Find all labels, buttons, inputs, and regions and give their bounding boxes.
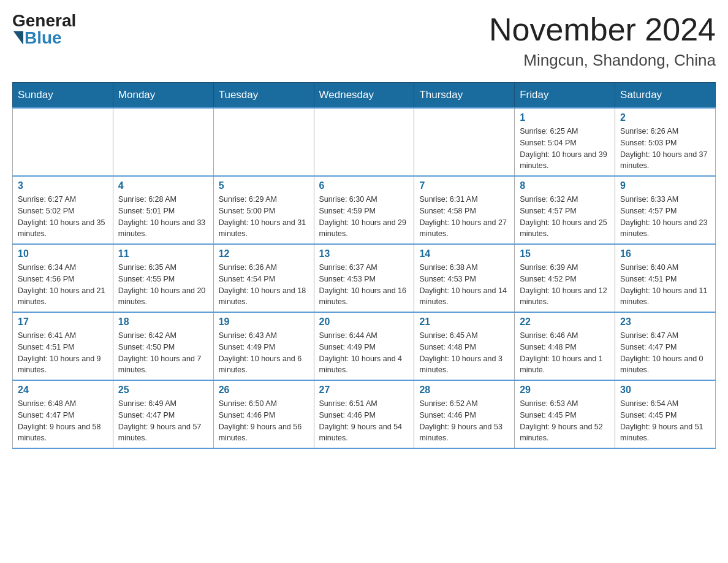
calendar-cell: 11Sunrise: 6:35 AMSunset: 4:55 PMDayligh… <box>113 244 213 312</box>
calendar-week-5: 24Sunrise: 6:48 AMSunset: 4:47 PMDayligh… <box>13 380 716 448</box>
day-number: 6 <box>319 180 409 191</box>
day-info: Sunrise: 6:51 AMSunset: 4:46 PMDaylight:… <box>319 398 409 444</box>
day-info: Sunrise: 6:54 AMSunset: 4:45 PMDaylight:… <box>620 398 710 444</box>
day-number: 1 <box>520 112 610 123</box>
day-info: Sunrise: 6:52 AMSunset: 4:46 PMDaylight:… <box>419 398 509 444</box>
weekday-header-saturday: Saturday <box>615 83 716 109</box>
day-number: 24 <box>18 385 108 396</box>
day-info: Sunrise: 6:38 AMSunset: 4:53 PMDaylight:… <box>419 262 509 308</box>
day-info: Sunrise: 6:45 AMSunset: 4:48 PMDaylight:… <box>419 330 509 376</box>
calendar-cell: 21Sunrise: 6:45 AMSunset: 4:48 PMDayligh… <box>414 312 515 380</box>
month-title: November 2024 <box>489 12 716 47</box>
day-number: 14 <box>419 248 509 259</box>
calendar-cell: 12Sunrise: 6:36 AMSunset: 4:54 PMDayligh… <box>213 244 314 312</box>
calendar-cell: 24Sunrise: 6:48 AMSunset: 4:47 PMDayligh… <box>13 380 113 448</box>
calendar-cell: 13Sunrise: 6:37 AMSunset: 4:53 PMDayligh… <box>314 244 414 312</box>
day-info: Sunrise: 6:25 AMSunset: 5:04 PMDaylight:… <box>520 126 610 172</box>
day-number: 25 <box>118 385 208 396</box>
calendar-cell: 22Sunrise: 6:46 AMSunset: 4:48 PMDayligh… <box>515 312 615 380</box>
day-number: 9 <box>620 180 710 191</box>
day-info: Sunrise: 6:31 AMSunset: 4:58 PMDaylight:… <box>419 194 509 240</box>
day-number: 23 <box>620 316 710 327</box>
calendar-cell: 27Sunrise: 6:51 AMSunset: 4:46 PMDayligh… <box>314 380 414 448</box>
calendar-cell: 23Sunrise: 6:47 AMSunset: 4:47 PMDayligh… <box>615 312 716 380</box>
calendar-table: SundayMondayTuesdayWednesdayThursdayFrid… <box>12 82 716 449</box>
location-title: Mingcun, Shandong, China <box>489 51 716 70</box>
calendar-cell: 4Sunrise: 6:28 AMSunset: 5:01 PMDaylight… <box>113 176 213 244</box>
calendar-cell <box>213 108 314 176</box>
weekday-header-friday: Friday <box>515 83 615 109</box>
day-info: Sunrise: 6:28 AMSunset: 5:01 PMDaylight:… <box>118 194 208 240</box>
day-number: 21 <box>419 316 509 327</box>
day-info: Sunrise: 6:30 AMSunset: 4:59 PMDaylight:… <box>319 194 409 240</box>
day-number: 27 <box>319 385 409 396</box>
day-number: 2 <box>620 112 710 123</box>
day-number: 3 <box>18 180 108 191</box>
day-info: Sunrise: 6:39 AMSunset: 4:52 PMDaylight:… <box>520 262 610 308</box>
calendar-cell: 15Sunrise: 6:39 AMSunset: 4:52 PMDayligh… <box>515 244 615 312</box>
weekday-header-row: SundayMondayTuesdayWednesdayThursdayFrid… <box>13 83 716 109</box>
day-info: Sunrise: 6:49 AMSunset: 4:47 PMDaylight:… <box>118 398 208 444</box>
calendar-cell: 14Sunrise: 6:38 AMSunset: 4:53 PMDayligh… <box>414 244 515 312</box>
day-number: 28 <box>419 385 509 396</box>
day-info: Sunrise: 6:36 AMSunset: 4:54 PMDaylight:… <box>219 262 309 308</box>
calendar-week-3: 10Sunrise: 6:34 AMSunset: 4:56 PMDayligh… <box>13 244 716 312</box>
calendar-cell: 9Sunrise: 6:33 AMSunset: 4:57 PMDaylight… <box>615 176 716 244</box>
calendar-cell <box>13 108 113 176</box>
calendar-cell <box>414 108 515 176</box>
calendar-cell: 2Sunrise: 6:26 AMSunset: 5:03 PMDaylight… <box>615 108 716 176</box>
day-number: 7 <box>419 180 509 191</box>
calendar-cell <box>113 108 213 176</box>
weekday-header-monday: Monday <box>113 83 213 109</box>
day-number: 22 <box>520 316 610 327</box>
day-number: 29 <box>520 385 610 396</box>
day-info: Sunrise: 6:29 AMSunset: 5:00 PMDaylight:… <box>219 194 309 240</box>
calendar-cell: 19Sunrise: 6:43 AMSunset: 4:49 PMDayligh… <box>213 312 314 380</box>
calendar-cell: 5Sunrise: 6:29 AMSunset: 5:00 PMDaylight… <box>213 176 314 244</box>
day-number: 30 <box>620 385 710 396</box>
day-number: 16 <box>620 248 710 259</box>
calendar-cell: 26Sunrise: 6:50 AMSunset: 4:46 PMDayligh… <box>213 380 314 448</box>
day-info: Sunrise: 6:37 AMSunset: 4:53 PMDaylight:… <box>319 262 409 308</box>
calendar-cell <box>314 108 414 176</box>
day-info: Sunrise: 6:32 AMSunset: 4:57 PMDaylight:… <box>520 194 610 240</box>
day-info: Sunrise: 6:33 AMSunset: 4:57 PMDaylight:… <box>620 194 710 240</box>
day-info: Sunrise: 6:35 AMSunset: 4:55 PMDaylight:… <box>118 262 208 308</box>
logo-blue-text: Blue <box>25 29 62 47</box>
day-info: Sunrise: 6:43 AMSunset: 4:49 PMDaylight:… <box>219 330 309 376</box>
calendar-cell: 10Sunrise: 6:34 AMSunset: 4:56 PMDayligh… <box>13 244 113 312</box>
day-info: Sunrise: 6:47 AMSunset: 4:47 PMDaylight:… <box>620 330 710 376</box>
day-info: Sunrise: 6:44 AMSunset: 4:49 PMDaylight:… <box>319 330 409 376</box>
day-number: 19 <box>219 316 309 327</box>
day-info: Sunrise: 6:34 AMSunset: 4:56 PMDaylight:… <box>18 262 108 308</box>
weekday-header-sunday: Sunday <box>13 83 113 109</box>
calendar-cell: 28Sunrise: 6:52 AMSunset: 4:46 PMDayligh… <box>414 380 515 448</box>
day-info: Sunrise: 6:46 AMSunset: 4:48 PMDaylight:… <box>520 330 610 376</box>
calendar-cell: 20Sunrise: 6:44 AMSunset: 4:49 PMDayligh… <box>314 312 414 380</box>
day-number: 15 <box>520 248 610 259</box>
calendar-cell: 7Sunrise: 6:31 AMSunset: 4:58 PMDaylight… <box>414 176 515 244</box>
day-number: 8 <box>520 180 610 191</box>
day-info: Sunrise: 6:41 AMSunset: 4:51 PMDaylight:… <box>18 330 108 376</box>
day-number: 26 <box>219 385 309 396</box>
weekday-header-thursday: Thursday <box>414 83 515 109</box>
day-number: 10 <box>18 248 108 259</box>
weekday-header-tuesday: Tuesday <box>213 83 314 109</box>
logo-general-text: General <box>12 12 76 29</box>
day-number: 5 <box>219 180 309 191</box>
day-number: 20 <box>319 316 409 327</box>
weekday-header-wednesday: Wednesday <box>314 83 414 109</box>
logo-triangle-icon <box>13 31 23 45</box>
day-number: 4 <box>118 180 208 191</box>
day-number: 17 <box>18 316 108 327</box>
calendar-cell: 1Sunrise: 6:25 AMSunset: 5:04 PMDaylight… <box>515 108 615 176</box>
calendar-cell: 29Sunrise: 6:53 AMSunset: 4:45 PMDayligh… <box>515 380 615 448</box>
calendar-week-2: 3Sunrise: 6:27 AMSunset: 5:02 PMDaylight… <box>13 176 716 244</box>
day-info: Sunrise: 6:42 AMSunset: 4:50 PMDaylight:… <box>118 330 208 376</box>
title-section: November 2024 Mingcun, Shandong, China <box>489 12 716 70</box>
day-info: Sunrise: 6:53 AMSunset: 4:45 PMDaylight:… <box>520 398 610 444</box>
day-info: Sunrise: 6:27 AMSunset: 5:02 PMDaylight:… <box>18 194 108 240</box>
calendar-cell: 16Sunrise: 6:40 AMSunset: 4:51 PMDayligh… <box>615 244 716 312</box>
day-number: 12 <box>219 248 309 259</box>
calendar-cell: 17Sunrise: 6:41 AMSunset: 4:51 PMDayligh… <box>13 312 113 380</box>
